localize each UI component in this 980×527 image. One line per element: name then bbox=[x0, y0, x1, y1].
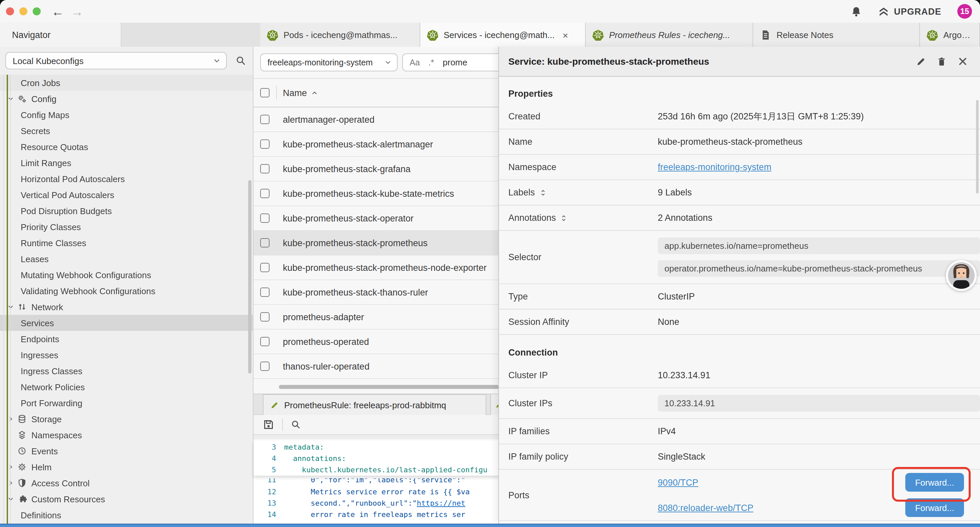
sidebar-item-mutating-webhook-configurations[interactable]: Mutating Webhook Configurations bbox=[0, 267, 253, 283]
tab-4[interactable]: Release Notes bbox=[753, 23, 920, 47]
avatar[interactable] bbox=[946, 260, 977, 291]
port-link[interactable]: 9090/TCP bbox=[658, 477, 698, 487]
sidebar-item-endpoints[interactable]: Endpoints bbox=[0, 331, 253, 347]
editor-search-icon[interactable] bbox=[291, 420, 301, 430]
sidebar-item-network-policies[interactable]: Network Policies bbox=[0, 379, 253, 395]
tab-5[interactable]: Argo Se bbox=[920, 23, 980, 47]
chevron-down-icon bbox=[7, 496, 14, 502]
sidebar-item-config[interactable]: Config bbox=[0, 91, 253, 107]
sidebar-item-secrets[interactable]: Secrets bbox=[0, 123, 253, 139]
service-name: kube-prometheus-stack-kube-state-metrics bbox=[283, 188, 454, 199]
sidebar-item-pod-disruption-budgets[interactable]: Pod Disruption Budgets bbox=[0, 203, 253, 219]
detail-value: kube-prometheus-stack-prometheus bbox=[658, 137, 803, 147]
editor-tab-prometheusrule[interactable]: PrometheusRule: freeleaps-prod-rabbitmq bbox=[263, 394, 486, 415]
sidebar-item-port-forwarding[interactable]: Port Forwarding bbox=[0, 395, 253, 411]
sidebar-item-helm[interactable]: Helm bbox=[0, 459, 253, 475]
navigator-tab[interactable]: Navigator bbox=[0, 23, 121, 47]
editor-tab-label: PrometheusRule: freeleaps-prod-rabbitmq bbox=[284, 400, 446, 410]
delete-trash-icon[interactable] bbox=[937, 56, 947, 66]
sidebar-item-label: Ingresses bbox=[21, 350, 58, 360]
row-checkbox[interactable] bbox=[260, 213, 269, 223]
detail-scrollbar-thumb[interactable] bbox=[976, 100, 978, 193]
sidebar-item-resource-quotas[interactable]: Resource Quotas bbox=[0, 139, 253, 155]
sidebar-item-network[interactable]: Network bbox=[0, 299, 253, 315]
detail-label: IP families bbox=[508, 426, 550, 436]
regex-icon[interactable]: .* bbox=[429, 58, 434, 67]
sidebar-item-namespaces[interactable]: Namespaces bbox=[0, 427, 253, 443]
sidebar-item-storage[interactable]: Storage bbox=[0, 411, 253, 427]
sidebar-item-events[interactable]: Events bbox=[0, 443, 253, 459]
sidebar-scrollbar-thumb[interactable] bbox=[248, 180, 251, 374]
row-checkbox[interactable] bbox=[260, 263, 269, 272]
shield-icon bbox=[18, 478, 27, 488]
row-checkbox[interactable] bbox=[260, 164, 269, 174]
sort-toggle-icon[interactable] bbox=[539, 188, 547, 196]
sidebar-item-ingresses[interactable]: Ingresses bbox=[0, 347, 253, 363]
sidebar-item-definitions[interactable]: Definitions bbox=[0, 507, 253, 523]
tab-close-icon[interactable]: × bbox=[563, 30, 568, 40]
sidebar-item-limit-ranges[interactable]: Limit Ranges bbox=[0, 155, 253, 171]
sidebar-item-priority-classes[interactable]: Priority Classes bbox=[0, 219, 253, 235]
sidebar-item-ingress-classes[interactable]: Ingress Classes bbox=[0, 363, 253, 379]
name-column-header[interactable]: Name bbox=[283, 88, 307, 98]
sidebar-item-access-control[interactable]: Access Control bbox=[0, 475, 253, 491]
tab-2[interactable]: Services - icecheng@math...× bbox=[420, 23, 586, 47]
service-detail-panel: Service: kube-prometheus-stack-prometheu… bbox=[498, 47, 980, 524]
sidebar-search-icon[interactable] bbox=[235, 56, 246, 66]
minimize-window-button[interactable] bbox=[19, 7, 27, 15]
save-icon[interactable] bbox=[263, 419, 274, 430]
puzzle-icon bbox=[18, 494, 27, 504]
forward-button[interactable]: Forward... bbox=[905, 498, 964, 517]
match-case-icon[interactable]: Aa bbox=[410, 58, 420, 67]
kubeconfig-selector[interactable]: Local Kubeconfigs bbox=[5, 52, 227, 69]
port-link[interactable]: 8080:reloader-web/TCP bbox=[658, 503, 754, 513]
sidebar-item-cron-jobs[interactable]: Cron Jobs bbox=[0, 75, 253, 91]
kubernetes-logo-icon bbox=[927, 29, 938, 40]
row-checkbox[interactable] bbox=[260, 337, 269, 346]
tab-1[interactable]: Pods - icecheng@mathmas... bbox=[260, 23, 420, 47]
sort-toggle-icon[interactable] bbox=[560, 214, 568, 222]
yaml-link[interactable]: https://net bbox=[417, 499, 465, 508]
yaml-text: 0","for":"1m","labels":{"service":" bbox=[311, 478, 466, 484]
select-all-checkbox[interactable] bbox=[260, 88, 269, 97]
resource-tree: Cron JobsConfigConfig MapsSecretsResourc… bbox=[0, 75, 253, 524]
sidebar-item-horizontal-pod-autoscalers[interactable]: Horizontal Pod Autoscalers bbox=[0, 171, 253, 187]
tree-active-indent-guide bbox=[7, 75, 8, 524]
detail-value: 10.233.14.91 bbox=[658, 370, 711, 380]
sidebar-item-validating-webhook-configurations[interactable]: Validating Webhook Configurations bbox=[0, 283, 253, 299]
sidebar-item-vertical-pod-autoscalers[interactable]: Vertical Pod Autoscalers bbox=[0, 187, 253, 203]
database-icon bbox=[18, 414, 27, 424]
value-chip: operator.prometheus.io/name=kube-prometh… bbox=[658, 260, 980, 277]
close-window-button[interactable] bbox=[6, 7, 14, 15]
sidebar-item-config-maps[interactable]: Config Maps bbox=[0, 107, 253, 123]
sort-ascending-icon[interactable] bbox=[311, 89, 318, 96]
forward-button[interactable]: Forward... bbox=[905, 473, 964, 492]
forward-arrow-icon[interactable]: → bbox=[71, 5, 83, 18]
row-checkbox[interactable] bbox=[260, 288, 269, 297]
sidebar-item-label: Pod Disruption Budgets bbox=[21, 206, 112, 216]
row-checkbox[interactable] bbox=[260, 189, 269, 198]
notifications-bell-icon[interactable] bbox=[851, 6, 862, 17]
namespace-link[interactable]: freeleaps-monitoring-system bbox=[658, 162, 772, 172]
zoom-window-button[interactable] bbox=[33, 7, 41, 15]
close-icon[interactable]: ✕ bbox=[957, 55, 968, 68]
back-arrow-icon[interactable]: ← bbox=[51, 5, 64, 18]
upgrade-button[interactable]: UPGRADE bbox=[878, 6, 941, 17]
sidebar-item-leases[interactable]: Leases bbox=[0, 251, 253, 267]
chevron-down-icon bbox=[384, 59, 391, 66]
horizontal-scrollbar-thumb[interactable] bbox=[279, 385, 499, 389]
row-checkbox[interactable] bbox=[260, 115, 269, 124]
sidebar-item-services[interactable]: Services bbox=[0, 315, 253, 331]
row-checkbox[interactable] bbox=[260, 361, 269, 371]
row-checkbox[interactable] bbox=[260, 139, 269, 149]
namespace-selector[interactable]: freeleaps-monitoring-system bbox=[260, 53, 398, 72]
sidebar-item-runtime-classes[interactable]: Runtime Classes bbox=[0, 235, 253, 251]
row-checkbox[interactable] bbox=[260, 238, 269, 247]
row-checkbox[interactable] bbox=[260, 312, 269, 322]
sidebar-item-custom-resources[interactable]: Custom Resources bbox=[0, 491, 253, 507]
detail-row-created: Created253d 16h 6m ago (2025年1月13日 GMT+8… bbox=[499, 104, 980, 129]
edit-pencil-icon[interactable] bbox=[916, 56, 926, 66]
tab-3[interactable]: Prometheus Rules - icecheng... bbox=[586, 23, 753, 47]
notification-count-badge[interactable]: 15 bbox=[957, 4, 972, 19]
app-window: ← → UPGRADE 15 Navigator Pods - icecheng… bbox=[0, 0, 980, 527]
